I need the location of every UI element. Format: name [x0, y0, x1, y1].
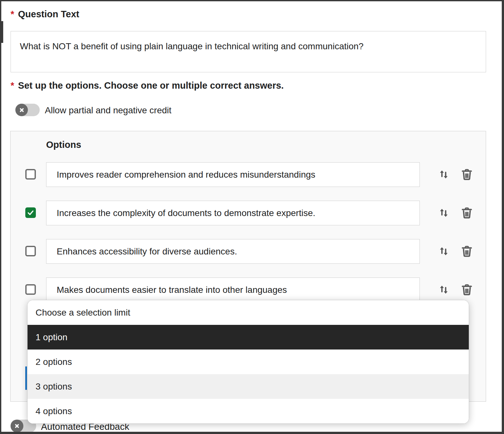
options-panel-title: Options	[46, 140, 81, 150]
option-text: Makes documents easier to translate into…	[57, 285, 287, 295]
option-text-input[interactable]: Increases the complexity of documents to…	[46, 201, 420, 225]
setup-options-label: *Set up the options. Choose one or multi…	[11, 80, 284, 91]
delete-icon[interactable]	[460, 168, 474, 181]
window-border-right	[502, 0, 504, 434]
toggle-off-x-icon	[11, 420, 23, 432]
checkmark-icon	[27, 209, 35, 217]
delete-icon[interactable]	[460, 245, 474, 258]
window-border-top	[0, 0, 504, 1]
question-text-label: *Question Text	[11, 9, 79, 20]
window-border-left	[0, 0, 1, 434]
dropdown-item-hovered[interactable]: 3 options	[28, 374, 469, 399]
option-row: Enhances accessibility for diverse audie…	[11, 239, 486, 264]
option-text: Improves reader comprehension and reduce…	[57, 170, 315, 180]
dropdown-item-selected[interactable]: 1 option	[28, 325, 469, 350]
reorder-icon[interactable]	[437, 245, 451, 258]
required-asterisk: *	[11, 9, 14, 19]
option-text: Enhances accessibility for diverse audie…	[57, 246, 237, 257]
window-border-bottom	[0, 432, 504, 434]
setup-options-label-text: Set up the options. Choose one or multip…	[18, 80, 284, 91]
question-text-label-text: Question Text	[18, 9, 79, 19]
question-editor-screen: *Question Text What is NOT a benefit of …	[0, 0, 504, 434]
option-checkbox[interactable]	[25, 246, 36, 256]
option-checkbox-checked[interactable]	[25, 207, 36, 218]
selection-limit-dropdown: Choose a selection limit 1 option 2 opti…	[27, 300, 469, 424]
delete-icon[interactable]	[460, 206, 474, 220]
option-checkbox[interactable]	[25, 169, 36, 180]
hidden-button-edge	[25, 366, 27, 390]
option-row: Improves reader comprehension and reduce…	[11, 162, 486, 187]
dropdown-item-placeholder[interactable]: Choose a selection limit	[28, 300, 469, 325]
reorder-icon[interactable]	[437, 168, 451, 181]
question-text-input[interactable]: What is NOT a benefit of using plain lan…	[11, 31, 486, 72]
option-text: Increases the complexity of documents to…	[57, 208, 315, 218]
option-text-input[interactable]: Enhances accessibility for diverse audie…	[46, 239, 420, 264]
partial-credit-label: Allow partial and negative credit	[45, 105, 171, 116]
question-text-value: What is NOT a benefit of using plain lan…	[20, 41, 363, 51]
partial-credit-toggle[interactable]	[15, 104, 40, 116]
required-asterisk: *	[11, 80, 14, 91]
toggle-off-x-icon	[15, 104, 28, 116]
reorder-icon[interactable]	[437, 206, 451, 220]
scrollbar-thumb[interactable]	[0, 21, 3, 43]
option-checkbox[interactable]	[25, 284, 36, 295]
option-row: Increases the complexity of documents to…	[11, 201, 486, 225]
delete-icon[interactable]	[460, 283, 474, 296]
dropdown-item[interactable]: 2 options	[28, 350, 469, 374]
option-row: Makes documents easier to translate into…	[11, 277, 486, 302]
option-text-input[interactable]: Makes documents easier to translate into…	[46, 277, 420, 302]
option-text-input[interactable]: Improves reader comprehension and reduce…	[46, 162, 420, 187]
dropdown-item[interactable]: 4 options	[28, 399, 469, 423]
reorder-icon[interactable]	[437, 283, 451, 296]
